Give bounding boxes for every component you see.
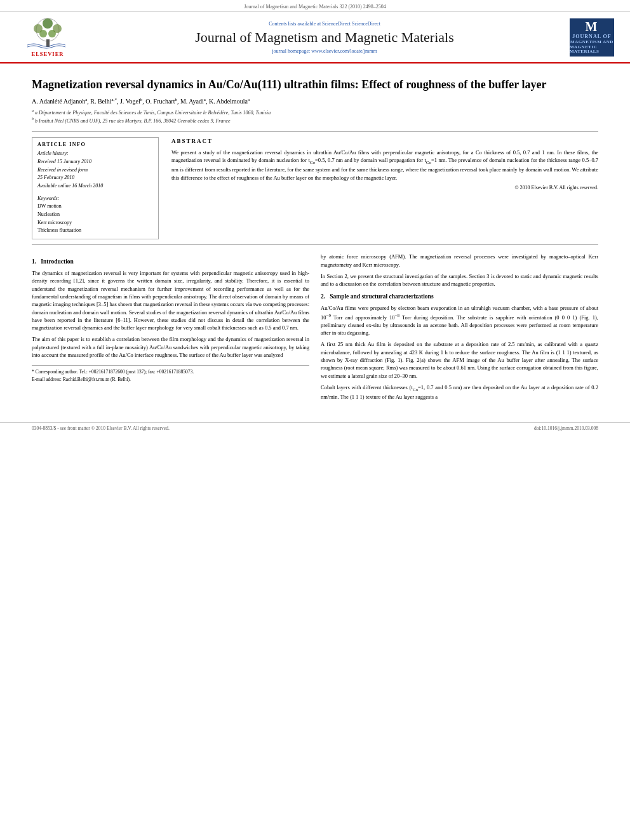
affiliations: a a Département de Physique, Faculté des… — [32, 108, 598, 125]
abstract-column: ABSTRACT We present a study of the magne… — [171, 137, 598, 239]
article-history-label: Article history: — [37, 150, 153, 158]
homepage-link[interactable]: www.elsevier.com/locate/jmmm — [311, 48, 377, 54]
svg-point-6 — [48, 30, 56, 37]
keyword-2: Kerr microscopy — [37, 219, 153, 227]
elsevier-wordmark: ELSEVIER — [32, 51, 64, 57]
authors-line: A. Adanlété Adjanoha, R. Belhia,*, J. Vo… — [32, 97, 598, 105]
keywords-section: Keywords: DW motion Nucleation Kerr micr… — [37, 196, 153, 235]
abstract-section: ABSTRACT We present a study of the magne… — [171, 137, 598, 192]
journal-homepage-line: journal homepage: www.elsevier.com/locat… — [83, 48, 566, 54]
section1-number: 1. — [32, 258, 36, 265]
article-info-heading: ARTICLE INFO — [37, 142, 153, 147]
received-date: Received 15 January 2010 — [37, 158, 153, 166]
jmmm-logo: M JOURNAL OF MAGNETISM AND MAGNETIC MATE… — [570, 18, 614, 57]
elsevier-logo-area: ELSEVIER — [13, 17, 83, 57]
article-info-abstract-row: ARTICLE INFO Article history: Received 1… — [32, 137, 598, 239]
title-divider — [32, 131, 598, 132]
section2-title: Sample and structural characterizations — [330, 293, 433, 300]
intro-para-1: The dynamics of magnetization reversal i… — [32, 269, 309, 332]
abstract-heading: ABSTRACT — [171, 137, 598, 145]
paper-content: Magnetization reversal dynamics in Au/Co… — [0, 63, 630, 417]
journal-banner: ELSEVIER Contents lists available at Sci… — [0, 12, 630, 63]
section1-title: Introduction — [41, 258, 74, 265]
section2-number: 2. — [321, 293, 325, 300]
revised-date: 25 February 2010 — [37, 174, 153, 182]
section2-heading: 2. Sample and structural characterizatio… — [321, 293, 598, 302]
corresponding-author-note: * Corresponding author. Tel.: +002161718… — [32, 368, 309, 375]
affiliation-b: b b Institut Néel (CNRS and UJF), 25 rue… — [32, 116, 598, 125]
journal-citation: Journal of Magnetism and Magnetic Materi… — [244, 4, 386, 10]
article-info-box: ARTICLE INFO Article history: Received 1… — [32, 137, 159, 239]
article-info-column: ARTICLE INFO Article history: Received 1… — [32, 137, 159, 239]
body-columns: 1. Introduction The dynamics of magnetiz… — [32, 253, 598, 404]
received-revised-label: Received in revised form — [37, 166, 153, 175]
section2-para-2: A first 25 nm thick Au film is deposited… — [321, 340, 598, 380]
intro-continuation-2: In Section 2, we present the structural … — [321, 272, 598, 288]
keywords-label: Keywords: — [37, 196, 153, 201]
elsevier-tree-icon — [24, 17, 72, 49]
body-col-right: by atomic force microscopy (AFM). The ma… — [321, 253, 598, 404]
body-col-left: 1. Introduction The dynamics of magnetiz… — [32, 253, 309, 404]
contents-available-line: Contents lists available at ScienceDirec… — [83, 21, 566, 27]
paper-title: Magnetization reversal dynamics in Au/Co… — [32, 77, 598, 92]
abstract-body-divider — [32, 244, 598, 245]
abstract-text: We present a study of the magnetization … — [171, 149, 598, 182]
intro-para-2: The aim of this paper is to establish a … — [32, 335, 309, 359]
banner-center: Contents lists available at ScienceDirec… — [83, 21, 566, 54]
copyright-text: © 2010 Elsevier B.V. All rights reserved… — [171, 184, 598, 192]
email-note: E-mail address: Rachid.Belhi@fst.rnu.tn … — [32, 376, 309, 383]
journal-logo-box: M JOURNAL OF MAGNETISM AND MAGNETIC MATE… — [566, 18, 617, 57]
keyword-1: Nucleation — [37, 211, 153, 219]
intro-continuation-1: by atomic force microscopy (AFM). The ma… — [321, 253, 598, 269]
svg-point-5 — [39, 30, 47, 37]
affiliation-a: a a Département de Physique, Faculté des… — [32, 108, 598, 117]
journal-citation-bar: Journal of Magnetism and Magnetic Materi… — [0, 0, 630, 12]
section2-para-1: Au/Co/Au films were prepared by electron… — [321, 304, 598, 337]
available-online: Available online 16 March 2010 — [37, 182, 153, 190]
footer-issn: 0304-8853/$ - see front matter © 2010 El… — [32, 425, 170, 431]
sciencedirect-link[interactable]: ScienceDirect — [352, 21, 380, 27]
footnotes: * Corresponding author. Tel.: +002161718… — [32, 365, 309, 383]
keyword-3: Thickness fluctuation — [37, 227, 153, 235]
svg-point-3 — [43, 18, 53, 29]
footer-bar: 0304-8853/$ - see front matter © 2010 El… — [0, 422, 630, 434]
section2-para-3: Cobalt layers with different thicknesses… — [321, 383, 598, 401]
section1-heading: 1. Introduction — [32, 258, 309, 267]
journal-title: Journal of Magnetism and Magnetic Materi… — [83, 29, 566, 46]
footer-doi: doi:10.1016/j.jmmm.2010.03.008 — [534, 425, 598, 431]
keyword-0: DW motion — [37, 203, 153, 211]
